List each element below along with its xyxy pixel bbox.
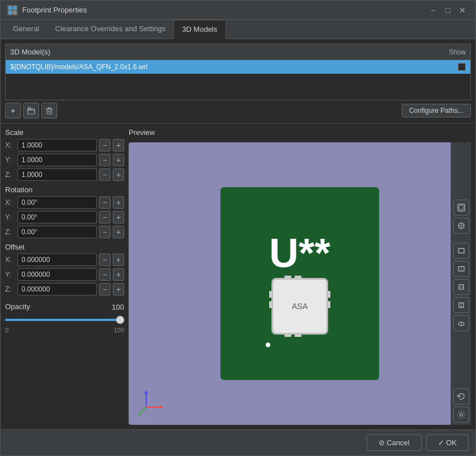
- rotation-z-inc[interactable]: +: [113, 226, 124, 238]
- view-front-button[interactable]: [453, 243, 469, 259]
- opacity-label: Opacity: [5, 302, 30, 311]
- scale-y-inc[interactable]: +: [113, 154, 124, 166]
- view-right-button[interactable]: [453, 297, 469, 313]
- preview-chip: ASA: [271, 278, 328, 335]
- opacity-slider-container[interactable]: [5, 314, 124, 326]
- preview-area[interactable]: U** ASA: [129, 142, 471, 425]
- scale-x-inc[interactable]: +: [113, 139, 124, 151]
- rotation-x-input[interactable]: [18, 196, 97, 209]
- offset-z-input[interactable]: [18, 283, 97, 295]
- offset-z-label: Z:: [5, 285, 15, 293]
- delete-model-button[interactable]: [41, 103, 57, 119]
- rotation-x-label: X:: [5, 199, 15, 206]
- rotation-x-dec[interactable]: −: [99, 196, 110, 209]
- model-item[interactable]: ${DNOTQLIB}/models/ASA_QFN_2.0x1.6.wrl: [6, 60, 470, 74]
- offset-x-input[interactable]: [18, 254, 97, 266]
- svg-point-27: [460, 413, 462, 416]
- offset-y-inc[interactable]: +: [113, 268, 124, 281]
- tab-general[interactable]: General: [5, 20, 47, 39]
- minimize-button[interactable]: −: [427, 4, 439, 16]
- reset-view-button[interactable]: [453, 389, 469, 404]
- tabs-bar: General Clearance Overrides and Settings…: [1, 20, 475, 39]
- view-top-button[interactable]: [453, 218, 469, 234]
- add-model-button[interactable]: +: [5, 103, 21, 119]
- scale-z-label: Z:: [5, 171, 15, 179]
- scale-y-dec[interactable]: −: [99, 154, 110, 166]
- svg-point-14: [459, 205, 464, 210]
- offset-x-label: X:: [5, 256, 15, 264]
- offset-z-inc[interactable]: +: [113, 283, 124, 295]
- offset-z-dec[interactable]: −: [99, 283, 110, 295]
- scale-x-dec[interactable]: −: [99, 139, 110, 151]
- main-content: Scale X: − + Y: − + Z: − +: [1, 124, 475, 429]
- top-section: 3D Model(s) Show ${DNOTQLIB}/models/ASA_…: [1, 39, 475, 124]
- tab-clearance[interactable]: Clearance Overrides and Settings: [47, 20, 173, 39]
- preview-right-toolbar: [450, 142, 471, 425]
- ok-button[interactable]: ✓ OK: [426, 434, 469, 451]
- view-perspective-button[interactable]: [453, 200, 469, 216]
- scale-z-inc[interactable]: +: [113, 168, 124, 181]
- opacity-label-row: Opacity 100: [5, 302, 124, 312]
- offset-x-inc[interactable]: +: [113, 254, 124, 266]
- scale-x-row: X: − +: [5, 139, 124, 151]
- svg-rect-1: [13, 6, 16, 10]
- offset-y-input[interactable]: [18, 268, 97, 281]
- rotation-y-dec[interactable]: −: [99, 211, 110, 223]
- svg-rect-0: [8, 6, 12, 10]
- view-bottom-button[interactable]: [453, 315, 469, 331]
- chip-pin-bottom-2: [295, 334, 301, 337]
- svg-rect-18: [458, 248, 464, 253]
- opacity-min: 0: [5, 327, 8, 333]
- offset-y-label: Y:: [5, 271, 15, 278]
- cancel-button[interactable]: ⊘ Cancel: [367, 434, 422, 451]
- model-show-checkbox[interactable]: [458, 63, 466, 71]
- svg-rect-3: [13, 11, 16, 14]
- rotation-y-inc[interactable]: +: [113, 211, 124, 223]
- rotation-z-dec[interactable]: −: [99, 226, 110, 238]
- opacity-slider-fill: [5, 319, 124, 321]
- axes-indicator: [138, 387, 166, 416]
- chip-label: ASA: [292, 302, 308, 311]
- models-toolbar: + Configure Paths...: [5, 100, 471, 119]
- browse-model-button[interactable]: [23, 103, 39, 119]
- chip-pin-top-2: [295, 276, 301, 278]
- offset-label: Offset: [5, 243, 124, 251]
- titlebar: Footprint Properties − □ ✕: [1, 1, 475, 20]
- scale-x-input[interactable]: [18, 139, 97, 151]
- models-list: ${DNOTQLIB}/models/ASA_QFN_2.0x1.6.wrl: [6, 60, 470, 100]
- maximize-button[interactable]: □: [441, 4, 454, 16]
- rotation-z-input[interactable]: [18, 226, 97, 238]
- opacity-range-labels: 0 100: [5, 327, 124, 333]
- preview-board-text: U**: [269, 233, 330, 273]
- preview-board: U** ASA: [220, 187, 379, 380]
- opacity-value: 100: [112, 303, 124, 311]
- view-left-button[interactable]: [453, 279, 469, 295]
- tab-3d-models[interactable]: 3D Models: [173, 20, 226, 39]
- rotation-z-row: Z: − +: [5, 226, 124, 238]
- close-button[interactable]: ✕: [456, 4, 469, 16]
- chip-pin-right-2: [328, 301, 330, 308]
- rotation-x-inc[interactable]: +: [113, 196, 124, 209]
- settings-button[interactable]: [453, 407, 469, 423]
- offset-section: Offset X: − + Y: − + Z: − +: [5, 243, 124, 297]
- opacity-section: Opacity 100 0 100: [5, 302, 124, 333]
- footer: ⊘ Cancel ✓ OK: [1, 429, 475, 455]
- offset-y-dec[interactable]: −: [99, 268, 110, 281]
- scale-z-input[interactable]: [18, 168, 97, 181]
- scale-x-label: X:: [5, 141, 15, 149]
- scale-section: Scale X: − + Y: − + Z: − +: [5, 128, 124, 182]
- scale-y-input[interactable]: [18, 154, 97, 166]
- configure-paths-button[interactable]: Configure Paths...: [402, 104, 471, 117]
- opacity-slider-thumb[interactable]: [116, 316, 124, 324]
- left-panel: Scale X: − + Y: − + Z: − +: [5, 128, 124, 425]
- opacity-slider-track: [5, 319, 124, 321]
- rotation-y-input[interactable]: [18, 211, 97, 223]
- offset-x-dec[interactable]: −: [99, 254, 110, 266]
- scale-z-dec[interactable]: −: [99, 168, 110, 181]
- titlebar-controls[interactable]: − □ ✕: [427, 4, 469, 16]
- chip-pin-bottom-1: [284, 334, 291, 337]
- chip-pin-left-1: [269, 291, 272, 298]
- right-panel: Preview U** ASA: [129, 128, 471, 425]
- rotation-label: Rotation: [5, 185, 124, 194]
- view-back-button[interactable]: [453, 261, 469, 277]
